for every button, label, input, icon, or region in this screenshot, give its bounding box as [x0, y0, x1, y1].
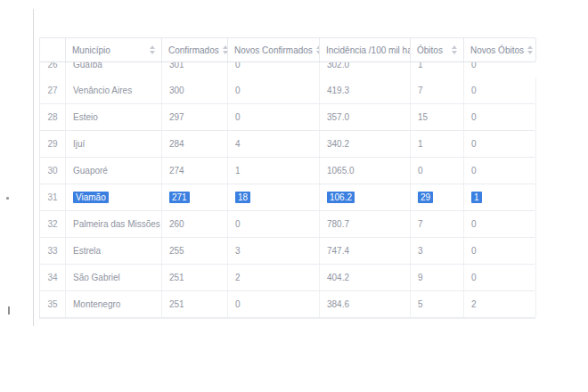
- cell-novos_obitos: 1: [464, 184, 536, 210]
- cell-text: 31: [47, 192, 57, 202]
- table-row[interactable]: 33Estrela2553747.430: [40, 238, 535, 265]
- scrollbar-thumb-mark[interactable]: [8, 306, 10, 314]
- left-scrollbar-track[interactable]: [33, 9, 34, 326]
- cell-novos_confirmados: 0: [228, 211, 320, 237]
- cell-incidencia: 106.2: [320, 184, 411, 210]
- cell-municipio: São Gabriel: [66, 265, 162, 290]
- cell-text: Montenegro: [73, 299, 120, 309]
- cell-text: 0: [235, 219, 241, 229]
- table-row[interactable]: 31Viamão27118106.2291: [40, 184, 535, 211]
- cell-confirmados: 260: [162, 211, 228, 237]
- cell-text: Viamão: [73, 192, 109, 203]
- cell-text: 35: [47, 299, 57, 309]
- column-header-obitos[interactable]: Óbitos: [411, 38, 464, 61]
- cell-text: 0: [471, 86, 477, 95]
- column-header-label: Incidência /100 mil hab: [326, 45, 411, 55]
- cell-incidencia: 302.0: [320, 62, 411, 78]
- table-row[interactable]: 32Palmeira das Missões2600780.770: [40, 211, 535, 238]
- cell-text: 34: [47, 273, 57, 282]
- cell-municipio: Viamão: [66, 184, 162, 210]
- cell-obitos: 7: [411, 78, 464, 103]
- cell-text: 1: [471, 192, 482, 203]
- sort-arrows-icon[interactable]: [223, 45, 228, 54]
- cell-text: 260: [169, 219, 184, 229]
- column-header-label: Novos Confirmados: [234, 45, 313, 55]
- cell-municipio: Guaíba: [66, 62, 162, 78]
- cell-text: 4: [235, 139, 241, 149]
- cell-text: 7: [418, 86, 423, 95]
- column-header-incidencia[interactable]: Incidência /100 mil hab: [320, 38, 411, 61]
- cell-text: 2: [471, 299, 477, 309]
- table-row[interactable]: 29Ijuí2844340.210: [40, 131, 535, 158]
- table-row[interactable]: 27Venâncio Aires3000419.370: [40, 78, 535, 104]
- cell-confirmados: 251: [162, 265, 228, 290]
- cell-incidencia: 1065.0: [320, 158, 411, 184]
- column-header-novos_confirmados[interactable]: Novos Confirmados: [228, 38, 320, 61]
- cell-obitos: 1: [411, 62, 464, 78]
- cell-text: 1065.0: [327, 166, 355, 176]
- cell-text: 780.7: [327, 219, 349, 229]
- cell-row-number: 27: [40, 78, 66, 103]
- cell-incidencia: 419.3: [320, 78, 411, 103]
- column-header-label: Novos Óbitos: [470, 45, 524, 55]
- cell-obitos: 1: [411, 131, 464, 157]
- cell-incidencia: 357.0: [320, 104, 411, 130]
- cell-confirmados: 301: [162, 62, 228, 78]
- column-header-label: Óbitos: [417, 45, 443, 55]
- column-header-confirmados[interactable]: Confirmados: [162, 38, 228, 61]
- cell-confirmados: 251: [162, 291, 228, 317]
- cell-text: 32: [47, 219, 57, 229]
- cell-novos_confirmados: 3: [228, 238, 320, 264]
- cell-text: Ijuí: [73, 139, 85, 149]
- cell-incidencia: 340.2: [320, 131, 411, 157]
- column-header-label: Confirmados: [168, 45, 219, 55]
- table-row[interactable]: 26Guaíba3010302.010: [40, 62, 535, 78]
- cell-confirmados: 297: [162, 104, 228, 130]
- artifact-dot: [6, 197, 9, 200]
- cell-municipio: Estrela: [66, 238, 162, 264]
- cell-text: 747.4: [327, 246, 349, 256]
- clipped-row-viewport: 26Guaíba3010302.010: [40, 62, 535, 78]
- cell-municipio: Palmeira das Missões: [66, 211, 162, 237]
- cell-text: 301: [169, 62, 184, 69]
- cell-confirmados: 271: [162, 184, 228, 210]
- cell-novos_confirmados: 0: [228, 291, 320, 317]
- cell-text: 274: [169, 166, 184, 176]
- cell-text: 0: [471, 273, 477, 282]
- cell-text: 29: [47, 139, 57, 149]
- cell-municipio: Guaporé: [66, 158, 162, 184]
- table-row[interactable]: 34São Gabriel2512404.290: [40, 265, 535, 291]
- cell-row-number: 30: [40, 158, 66, 184]
- cell-novos_obitos: 0: [464, 238, 536, 264]
- cell-text: 340.2: [327, 139, 349, 149]
- table-row[interactable]: 30Guaporé27411065.000: [40, 158, 535, 184]
- cell-text: 357.0: [327, 112, 349, 122]
- column-header-novos_obitos[interactable]: Novos Óbitos: [464, 38, 536, 61]
- cell-novos_obitos: 0: [464, 131, 536, 157]
- cell-novos_obitos: 2: [464, 291, 536, 317]
- cell-novos_obitos: 0: [464, 211, 536, 237]
- cell-row-number: 29: [40, 131, 66, 157]
- table-header-row: MunicípioConfirmadosNovos ConfirmadosInc…: [40, 37, 535, 62]
- cell-text: 15: [418, 112, 428, 122]
- cell-text: 3: [235, 246, 241, 256]
- cell-text: 0: [471, 219, 477, 229]
- cell-obitos: 29: [411, 184, 464, 210]
- cell-novos_confirmados: 18: [228, 184, 320, 210]
- cell-text: 2: [235, 273, 241, 282]
- cell-text: 33: [47, 246, 57, 256]
- cell-text: Venâncio Aires: [73, 86, 132, 95]
- column-header-municipio[interactable]: Município: [66, 38, 162, 61]
- cell-text: 5: [418, 299, 423, 309]
- cell-row-number: 33: [40, 238, 66, 264]
- cell-row-number: 31: [40, 184, 66, 210]
- sort-arrows-icon[interactable]: [452, 45, 457, 54]
- table-row[interactable]: 28Esteio2970357.0150: [40, 104, 535, 131]
- sort-arrows-icon[interactable]: [527, 45, 533, 54]
- table-row[interactable]: 35Montenegro2510384.652: [40, 291, 535, 318]
- sort-arrows-icon[interactable]: [150, 45, 155, 54]
- cell-text: 27: [47, 86, 57, 95]
- cell-row-number: 26: [40, 62, 66, 78]
- cell-row-number: 32: [40, 211, 66, 237]
- cell-text: 384.6: [327, 299, 349, 309]
